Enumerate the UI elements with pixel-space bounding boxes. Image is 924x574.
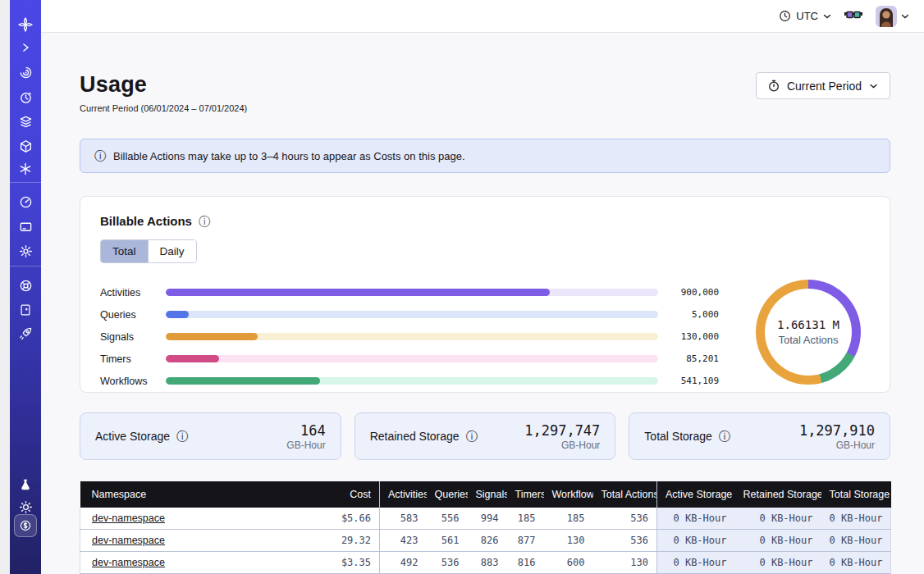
chevron-right-icon[interactable] [10,38,41,57]
active-storage-card: Active Storageⓘ 164GB-Hour [80,412,341,460]
col-header-signals: Signals [468,481,507,508]
bar-track [166,289,658,296]
namespace-link[interactable]: dev-namespace [92,535,165,546]
cell-timers: 877 [507,530,544,552]
cell-total-actions: 130 [593,552,657,574]
chevron-down-icon [869,83,878,89]
gauge-icon[interactable] [10,192,41,212]
storage-card-label: Retained Storage [370,430,460,443]
stack-icon[interactable] [10,112,41,131]
info-icon[interactable]: ⓘ [466,430,478,442]
storage-card-value: 1,297,910 [799,422,875,439]
cell-queries: 556 [427,508,468,530]
billable-actions-bar-chart: Activities900,000Queries5,000Signals130,… [100,280,719,392]
bar-value: 130,000 [671,331,719,342]
cell-retained-storage: 0 KB-Hour [735,552,821,574]
table-header-row: NamespaceCostActivitiesQueriesSignalsTim… [80,481,891,508]
main-area: UTC [41,0,924,574]
cell-retained-storage: 0 KB-Hour [735,508,821,530]
cell-signals: 883 [468,552,507,574]
bar-row-signals: Signals130,000 [100,326,719,348]
rocket-icon[interactable] [10,323,41,343]
donut-total-value: 1.66131 M [777,318,839,331]
chevron-down-icon [823,13,831,20]
bar-row-queries: Queries5,000 [100,303,719,326]
billable-view-tabs: Total Daily [100,239,197,263]
bar-value: 541,109 [671,376,719,386]
bar-value: 85,201 [671,353,719,364]
cell-cost: 29.32 [310,530,380,552]
deployments-icon[interactable] [10,136,41,156]
col-header-retained-storage: Retained Storage [735,481,821,508]
namespace-link[interactable]: dev-namespace [92,557,165,568]
donut-center: 1.66131 M Total Actions [765,289,852,376]
bar-label: Signals [100,331,154,343]
stopwatch-icon [768,80,780,92]
col-header-activities: Activities [380,481,427,508]
cell-signals: 994 [468,508,507,530]
info-icon[interactable]: ⓘ [719,430,730,442]
account-menu[interactable] [876,6,909,27]
gear-icon[interactable] [10,241,41,261]
cell-total-actions: 536 [593,508,657,530]
cell-retained-storage: 0 KB-Hour [735,530,821,552]
cell-namespace: dev-namespace [80,552,310,574]
bar-row-activities: Activities900,000 [100,281,719,303]
info-banner: ⓘ Billable Actions may take up to 3–4 ho… [80,139,890,173]
cell-active-storage: 0 KB-Hour [657,552,735,574]
namespace-link[interactable]: dev-namespace [92,512,165,524]
bar-row-workflows: Workflows541,109 [100,370,719,392]
cell-activities: 423 [380,530,427,552]
col-header-active-storage: Active Storage [657,481,735,508]
retained-storage-card: Retained Storageⓘ 1,297,747GB-Hour [355,412,616,460]
period-select-button[interactable]: Current Period [756,72,890,99]
feedback-glasses-button[interactable] [844,11,862,22]
app-window: UTC [0,0,924,574]
billable-actions-title: Billable Actions [100,214,192,228]
bar-fill [166,377,320,385]
info-icon[interactable]: ⓘ [199,216,210,227]
cell-timers: 816 [507,552,544,574]
bar-label: Workflows [100,376,154,387]
docs-icon[interactable] [10,300,41,320]
storage-card-unit: GB-Hour [799,440,875,451]
bar-track [166,355,658,362]
temporal-logo-icon[interactable] [10,15,41,34]
tab-total[interactable]: Total [101,240,148,262]
sidebar [10,0,41,574]
bar-fill [166,355,219,362]
storage-card-label: Active Storage [95,430,170,443]
bar-value: 900,000 [671,287,719,298]
glasses-icon [844,11,862,22]
bar-fill [166,333,258,340]
schedules-icon[interactable] [10,87,41,107]
namespaces-icon[interactable] [10,62,41,82]
cell-queries: 561 [427,530,468,552]
banner-text: Billable Actions may take up to 3–4 hour… [113,150,465,162]
tab-daily[interactable]: Daily [148,240,196,262]
total-actions-donut-chart: 1.66131 M Total Actions [756,280,861,385]
cell-workflows: 185 [544,508,593,530]
cell-activities: 492 [380,552,427,574]
bar-value: 5,000 [671,309,719,320]
namespace-usage-table: NamespaceCostActivitiesQueriesSignalsTim… [80,481,891,574]
storage-card-unit: GB-Hour [286,440,325,451]
cell-total-storage: 0 KB-Hour [821,530,891,552]
bar-label: Queries [100,309,154,321]
bar-track [166,377,658,385]
chevron-down-icon [901,13,909,20]
storage-card-unit: GB-Hour [524,440,600,451]
labs-flask-icon[interactable] [10,475,41,494]
timezone-selector[interactable]: UTC [779,10,831,22]
asterisk-icon[interactable] [10,159,41,179]
table-row: dev-namespace$3.354925368838166001300 KB… [80,552,891,574]
usage-billing-button[interactable] [14,514,37,537]
storage-card-value: 1,297,747 [524,422,600,439]
info-icon[interactable]: ⓘ [176,430,188,442]
support-lifebuoy-icon[interactable] [10,276,41,295]
total-storage-card: Total Storageⓘ 1,297,910GB-Hour [629,412,890,460]
bar-label: Timers [100,353,154,365]
cell-total-actions: 536 [593,530,657,552]
storage-card-label: Total Storage [644,430,712,443]
billing-card-icon[interactable] [10,216,41,236]
